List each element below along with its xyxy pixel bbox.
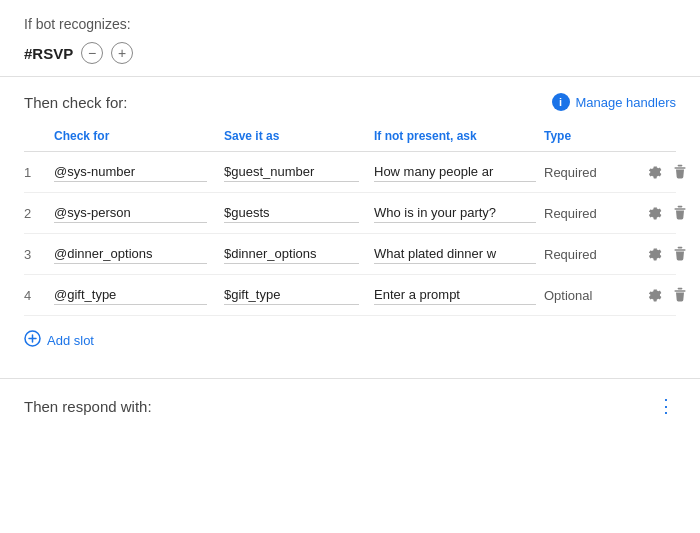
cell-prompt-2[interactable]	[374, 203, 544, 223]
row-number-1: 1	[24, 165, 54, 180]
cell-prompt-4[interactable]	[374, 285, 544, 305]
check-for-input-4[interactable]	[54, 285, 207, 305]
trash-icon-3	[672, 246, 688, 262]
table-row: 3 Required	[24, 234, 676, 275]
row-actions-4	[644, 285, 688, 305]
col-save-it-as: Save it as	[224, 129, 374, 143]
settings-button-1[interactable]	[644, 162, 664, 182]
cell-prompt-3[interactable]	[374, 244, 544, 264]
row-number-2: 2	[24, 206, 54, 221]
if-bot-section: If bot recognizes: #RSVP − +	[0, 0, 700, 76]
prompt-input-2[interactable]	[374, 203, 536, 223]
table-row: 2 Required	[24, 193, 676, 234]
table-row: 4 Optional	[24, 275, 676, 316]
col-type: Type	[544, 129, 644, 143]
rsvp-tag: #RSVP	[24, 45, 73, 62]
manage-handlers-label: Manage handlers	[576, 95, 676, 110]
manage-handlers-link[interactable]: i Manage handlers	[552, 93, 676, 111]
info-icon: i	[552, 93, 570, 111]
trash-icon-1	[672, 164, 688, 180]
settings-button-4[interactable]	[644, 285, 664, 305]
prompt-input-4[interactable]	[374, 285, 536, 305]
delete-button-3[interactable]	[670, 244, 690, 264]
prompt-input-1[interactable]	[374, 162, 536, 182]
trash-icon-4	[672, 287, 688, 303]
cell-save-as-1[interactable]	[224, 162, 374, 182]
settings-button-2[interactable]	[644, 203, 664, 223]
cell-save-as-4[interactable]	[224, 285, 374, 305]
delete-button-4[interactable]	[670, 285, 690, 305]
type-label-2: Required	[544, 206, 644, 221]
gear-icon-3	[646, 246, 662, 262]
settings-button-3[interactable]	[644, 244, 664, 264]
type-label-3: Required	[544, 247, 644, 262]
gear-icon-2	[646, 205, 662, 221]
add-slot-label: Add slot	[47, 333, 94, 348]
add-slot-plus-icon	[24, 330, 41, 350]
save-as-input-4[interactable]	[224, 285, 359, 305]
table-row: 1 Required	[24, 152, 676, 193]
table-rows: 1 Required	[24, 152, 676, 316]
col-check-for: Check for	[54, 129, 224, 143]
more-options-icon[interactable]: ⋮	[657, 395, 676, 417]
cell-check-for-3[interactable]	[54, 244, 224, 264]
type-label-4: Optional	[544, 288, 644, 303]
then-respond-label: Then respond with:	[24, 398, 152, 415]
then-check-label: Then check for:	[24, 94, 127, 111]
save-as-input-2[interactable]	[224, 203, 359, 223]
remove-rsvp-button[interactable]: −	[81, 42, 103, 64]
if-bot-label: If bot recognizes:	[24, 16, 676, 32]
save-as-input-3[interactable]	[224, 244, 359, 264]
delete-button-2[interactable]	[670, 203, 690, 223]
row-actions-2	[644, 203, 688, 223]
rsvp-row: #RSVP − +	[24, 42, 676, 64]
type-label-1: Required	[544, 165, 644, 180]
cell-check-for-2[interactable]	[54, 203, 224, 223]
then-respond-section: Then respond with: ⋮	[0, 378, 700, 433]
check-for-input-1[interactable]	[54, 162, 207, 182]
cell-check-for-1[interactable]	[54, 162, 224, 182]
gear-icon-1	[646, 164, 662, 180]
col-if-not-present: If not present, ask	[374, 129, 544, 143]
add-slot-row: Add slot	[24, 316, 676, 358]
cell-check-for-4[interactable]	[54, 285, 224, 305]
gear-icon-4	[646, 287, 662, 303]
table-header: Check for Save it as If not present, ask…	[24, 125, 676, 152]
then-check-section: Then check for: i Manage handlers Check …	[0, 77, 700, 370]
then-check-header: Then check for: i Manage handlers	[24, 93, 676, 111]
prompt-input-3[interactable]	[374, 244, 536, 264]
cell-save-as-3[interactable]	[224, 244, 374, 264]
cell-prompt-1[interactable]	[374, 162, 544, 182]
save-as-input-1[interactable]	[224, 162, 359, 182]
cell-save-as-2[interactable]	[224, 203, 374, 223]
delete-button-1[interactable]	[670, 162, 690, 182]
row-actions-3	[644, 244, 688, 264]
row-number-4: 4	[24, 288, 54, 303]
add-slot-button[interactable]: Add slot	[24, 330, 94, 350]
check-for-input-3[interactable]	[54, 244, 207, 264]
check-for-input-2[interactable]	[54, 203, 207, 223]
row-actions-1	[644, 162, 688, 182]
row-number-3: 3	[24, 247, 54, 262]
add-rsvp-button[interactable]: +	[111, 42, 133, 64]
trash-icon-2	[672, 205, 688, 221]
